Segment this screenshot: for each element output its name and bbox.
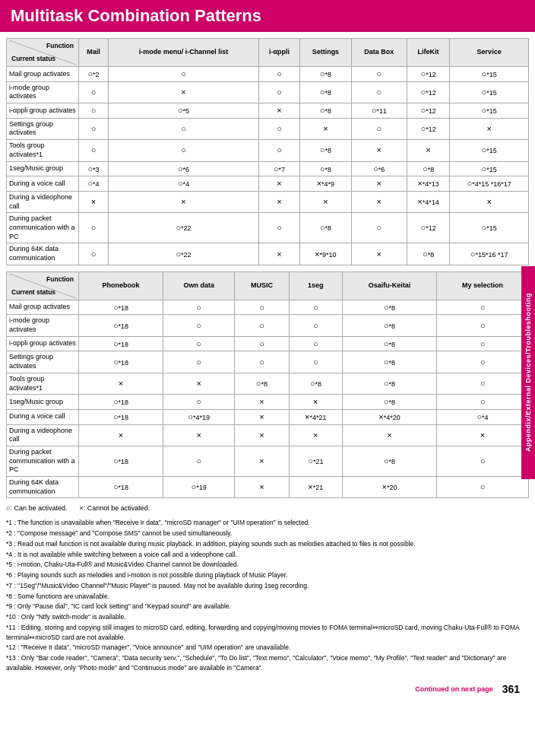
table1-cell-9-6: ○*15*16 *17 <box>450 243 529 265</box>
table2-cell-9-3: ×*21 <box>289 477 342 498</box>
table1-cell-1-2: ○ <box>258 81 299 103</box>
table1-cell-4-2: ○ <box>258 140 299 161</box>
table1-cell-2-5: ○*12 <box>407 103 449 119</box>
table1-cell-7-6: × <box>450 191 529 212</box>
table1-cell-2-6: ○*15 <box>450 103 529 119</box>
table1-cell-1-1: × <box>108 81 258 103</box>
table1-row-label-3: Settings group activates <box>7 118 79 139</box>
table2-cell-6-1: ○*4*19 <box>163 409 235 424</box>
table1-cell-6-6: ○*4*15 *16*17 <box>450 176 529 192</box>
table1-cell-9-3: ×*9*10 <box>300 243 352 265</box>
table2-cell-2-1: ○ <box>163 336 235 351</box>
footnotes: *1 : The function is unavailable when "R… <box>6 515 529 676</box>
table1-cell-6-3: ×*4*9 <box>300 176 352 192</box>
table1-cell-0-3: ○*8 <box>300 67 352 82</box>
table1-cell-7-5: ×*4*14 <box>407 191 449 212</box>
table2-cell-4-0: × <box>79 373 163 394</box>
table1-status-label: Current status <box>11 55 55 63</box>
table1-cell-5-6: ○*15 <box>450 161 529 176</box>
table1-col-3: Settings <box>300 39 352 67</box>
table2-row-label-7: During a videophone call <box>7 424 79 446</box>
table1-cell-6-1: ○*4 <box>108 176 258 192</box>
table2-cell-1-5: ○ <box>436 315 528 336</box>
table2-cell-5-3: × <box>289 395 342 410</box>
table1-cell-1-0: ○ <box>79 81 109 103</box>
table1-col-2: i-αppli <box>258 39 299 67</box>
table1-cell-3-4: ○ <box>351 118 407 139</box>
table2-cell-3-5: ○ <box>436 351 528 373</box>
table1-function-label: Function <box>46 42 74 50</box>
table1-cell-6-2: × <box>258 176 299 192</box>
table2-row-label-4: Tools group activates*1 <box>7 373 79 394</box>
table1-cell-7-4: × <box>351 191 407 212</box>
table1-cell-6-5: ×*4*13 <box>407 176 449 192</box>
table1-cell-8-6: ○*15 <box>450 213 529 243</box>
table1-cell-4-5: × <box>407 140 449 161</box>
table1-row-label-6: During a voice call <box>7 176 79 192</box>
table2-cell-3-2: ○ <box>235 351 289 373</box>
table1-cell-7-1: × <box>108 191 258 212</box>
page-number: 361 <box>502 683 520 695</box>
table1-cell-0-0: ○*2 <box>79 67 109 82</box>
table1-cell-7-0: × <box>79 191 109 212</box>
table2-cell-9-4: ×*20 <box>342 477 436 498</box>
table2-cell-4-3: ○*8 <box>289 373 342 394</box>
table2-cell-4-5: ○ <box>436 373 528 394</box>
table2-cell-3-0: ○*18 <box>79 351 163 373</box>
table1-cell-5-2: ○*7 <box>258 161 299 176</box>
table2-cell-6-3: ×*4*21 <box>289 409 342 424</box>
table1-col-0: Mail <box>79 39 109 67</box>
table1-row-label-5: 1seg/Music group <box>7 161 79 176</box>
footnote-11: *12 : "Receive Ir data", "microSD manage… <box>6 643 529 653</box>
table1-cell-5-4: ○*6 <box>351 161 407 176</box>
table2-cell-4-1: × <box>163 373 235 394</box>
legend: ○: Can be activated. ×: Cannot be activa… <box>6 504 529 512</box>
table1-cell-4-1: ○ <box>108 140 258 161</box>
table1-cell-3-5: ○*12 <box>407 118 449 139</box>
table2-cell-8-1: ○ <box>163 446 235 476</box>
table2-cell-8-0: ○*18 <box>79 446 163 476</box>
table1-cell-9-1: ○*22 <box>108 243 258 265</box>
table2-cell-3-4: ○*8 <box>342 351 436 373</box>
footnote-0: *1 : The function is unavailable when "R… <box>6 518 529 528</box>
table1-col-6: Service <box>450 39 529 67</box>
table1-cell-2-4: ○*11 <box>351 103 407 119</box>
table1-cell-5-5: ○*8 <box>407 161 449 176</box>
legend-cross: ×: Cannot be activated. <box>79 504 150 512</box>
table2-col-2: MUSIC <box>235 272 289 300</box>
table2-cell-5-4: ○*8 <box>342 395 436 410</box>
table1-row-label-0: Mail group activates <box>7 67 79 82</box>
table1-cell-8-1: ○*22 <box>108 213 258 243</box>
table2-cell-5-1: ○ <box>163 395 235 410</box>
table1-cell-2-0: ○ <box>79 103 109 119</box>
table2-cell-1-1: ○ <box>163 315 235 336</box>
footnote-4: *5 : i-motion, Chaku-Uta-Full® and Music… <box>6 560 529 570</box>
table1-cell-6-4: × <box>351 176 407 192</box>
table1-cell-5-3: ○*8 <box>300 161 352 176</box>
table2-cell-9-0: ○*18 <box>79 477 163 498</box>
table2-cell-0-5: ○ <box>436 300 528 315</box>
table1-cell-7-3: × <box>300 191 352 212</box>
footnote-8: *9 : Only "Pause dial", "IC card lock se… <box>6 602 529 611</box>
table2-cell-4-2: ○*8 <box>235 373 289 394</box>
table1-row-label-9: During 64K data communication <box>7 243 79 265</box>
table1-cell-9-0: ○ <box>79 243 109 265</box>
table2-function-label: Function <box>46 275 74 284</box>
table1-cell-4-6: ○*15 <box>450 140 529 161</box>
table2-cell-7-0: × <box>79 424 163 446</box>
table2-cell-2-3: ○ <box>289 336 342 351</box>
table2-col-5: My selection <box>436 272 528 300</box>
table1-cell-1-4: ○ <box>351 81 407 103</box>
table1-cell-8-4: ○ <box>351 213 407 243</box>
table2-cell-5-0: ○*18 <box>79 395 163 410</box>
table1-cell-8-0: ○ <box>79 213 109 243</box>
table1-col-4: Data Box <box>351 39 407 67</box>
footer: Continued on next page 361 <box>0 680 535 698</box>
table2-col-0: Phonebook <box>79 272 163 300</box>
continued-text: Continued on next page <box>415 685 493 693</box>
table2-cell-9-1: ○*19 <box>163 477 235 498</box>
table2-row-label-5: 1seg/Music group <box>7 395 79 410</box>
table2-cell-3-3: ○ <box>289 351 342 373</box>
table1-cell-0-4: ○ <box>351 67 407 82</box>
table2-cell-1-0: ○*18 <box>79 315 163 336</box>
